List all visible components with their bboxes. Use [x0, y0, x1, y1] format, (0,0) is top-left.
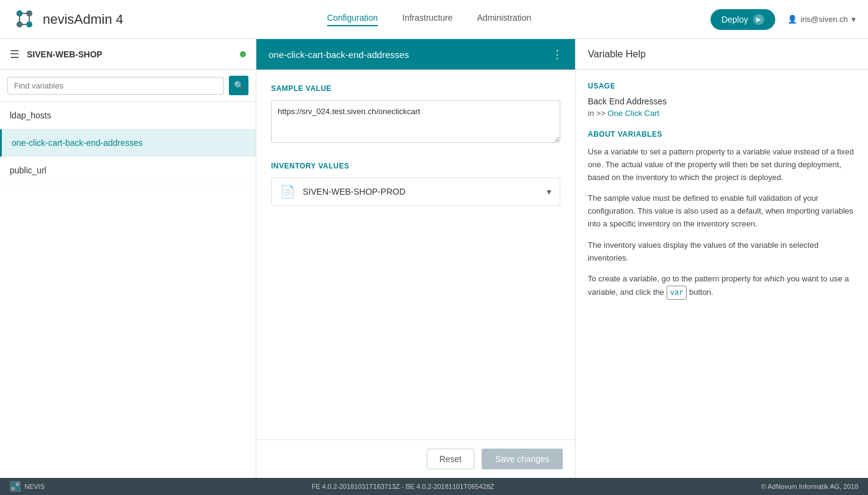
after-badge-text: button.	[689, 287, 714, 297]
var-badge: var	[667, 286, 687, 300]
about-paragraph-2: The sample value must be defined to enab…	[588, 192, 856, 230]
about-paragraph-1: Use a variable to set a pattern property…	[588, 146, 856, 184]
topnav: nevisAdmin 4 Configuration Infrastructur…	[0, 0, 868, 39]
search-button[interactable]: 🔍	[229, 76, 248, 95]
nav-administration[interactable]: Administration	[477, 13, 532, 26]
reset-button[interactable]: Reset	[427, 449, 475, 469]
usage-link[interactable]: One Click Cart	[608, 109, 660, 118]
inventory-section: INVENTORY VALUES 📄 SIVEN-WEB-SHOP-PROD ▾	[271, 162, 560, 206]
logo-area: nevisAdmin 4	[12, 7, 123, 32]
play-icon: ▶	[753, 14, 764, 25]
nevis-label: NEVIS	[24, 483, 45, 490]
deploy-label: Deploy	[722, 15, 748, 24]
chevron-down-icon: ▾	[547, 187, 551, 197]
content-body: SAMPLE VALUE https://srv_024.test.siven.…	[256, 70, 575, 439]
nav-configuration[interactable]: Configuration	[327, 13, 378, 26]
inventory-values-label: INVENTORY VALUES	[271, 162, 560, 170]
usage-title: USAGE	[588, 82, 856, 90]
inventory-name: SIVEN-WEB-SHOP-PROD	[303, 187, 540, 197]
right-panel-body: USAGE Back End Addresses in >> One Click…	[576, 70, 868, 478]
content-header: one-click-cart-back-end-addresses ⋮	[256, 39, 575, 70]
user-icon: 👤	[787, 15, 797, 24]
sidebar-title: SIVEN-WEB-SHOP	[27, 49, 233, 59]
svg-rect-12	[16, 487, 19, 490]
statusbar: NEVIS FE 4.0.2-20181031T163713Z - BE 4.0…	[0, 478, 868, 495]
deploy-button[interactable]: Deploy ▶	[711, 9, 775, 30]
content-panel: one-click-cart-back-end-addresses ⋮ SAMP…	[256, 39, 575, 478]
sidebar-item-public-url[interactable]: public_url	[0, 157, 256, 184]
file-icon: 📄	[280, 184, 295, 199]
version-info: FE 4.0.2-20181031T163713Z - BE 4.0.2-201…	[311, 483, 494, 490]
sample-value-textarea[interactable]: https://srv_024.test.siven.ch/oneclickca…	[271, 100, 560, 143]
nav-links: Configuration Infrastructure Administrat…	[148, 13, 711, 26]
hamburger-icon[interactable]: ☰	[10, 48, 20, 61]
main-layout: ☰ SIVEN-WEB-SHOP 🔍 ldap_hosts one-click-…	[0, 39, 868, 478]
status-dot	[240, 51, 246, 57]
content-menu-icon[interactable]: ⋮	[552, 48, 563, 61]
sidebar: ☰ SIVEN-WEB-SHOP 🔍 ldap_hosts one-click-…	[0, 39, 256, 478]
inventory-item[interactable]: 📄 SIVEN-WEB-SHOP-PROD ▾	[271, 178, 560, 206]
content-title: one-click-cart-back-end-addresses	[269, 49, 409, 60]
svg-rect-8	[10, 481, 21, 492]
right-panel-header: Variable Help	[576, 39, 868, 70]
usage-path: in >> One Click Cart	[588, 109, 856, 118]
about-title: ABOUT VARIABLES	[588, 130, 856, 139]
svg-rect-9	[12, 483, 15, 486]
user-email: iris@siven.ch	[801, 15, 848, 24]
about-paragraph-3: The inventory values display the values …	[588, 239, 856, 265]
user-chevron-icon: ▾	[852, 15, 856, 24]
svg-rect-10	[16, 483, 19, 486]
content-footer: Reset Save changes	[256, 439, 575, 478]
svg-rect-11	[12, 487, 15, 490]
copyright: © AdNovum Informatik AG, 2018	[761, 483, 858, 490]
app-title: nevisAdmin 4	[43, 12, 123, 27]
search-input[interactable]	[7, 77, 224, 95]
usage-value: Back End Addresses	[588, 96, 856, 106]
sidebar-header: ☰ SIVEN-WEB-SHOP	[0, 39, 256, 70]
user-area: 👤 iris@siven.ch ▾	[787, 15, 856, 24]
nav-infrastructure[interactable]: Infrastructure	[402, 13, 452, 26]
about-paragraph-4: To create a variable, go to the pattern …	[588, 273, 856, 300]
right-panel: Variable Help USAGE Back End Addresses i…	[575, 39, 868, 478]
nevis-logo-bar: NEVIS	[10, 481, 45, 492]
save-changes-button[interactable]: Save changes	[482, 449, 563, 469]
nevis-icon	[10, 481, 21, 492]
search-icon: 🔍	[234, 81, 244, 90]
sample-value-label: SAMPLE VALUE	[271, 84, 560, 93]
search-area: 🔍	[0, 70, 256, 102]
app-logo-icon	[12, 7, 37, 32]
sidebar-list: ldap_hosts one-click-cart-back-end-addre…	[0, 102, 256, 478]
sidebar-item-one-click-cart[interactable]: one-click-cart-back-end-addresses	[0, 129, 256, 157]
sidebar-item-ldap-hosts[interactable]: ldap_hosts	[0, 102, 256, 129]
usage-in: in >>	[588, 109, 606, 118]
